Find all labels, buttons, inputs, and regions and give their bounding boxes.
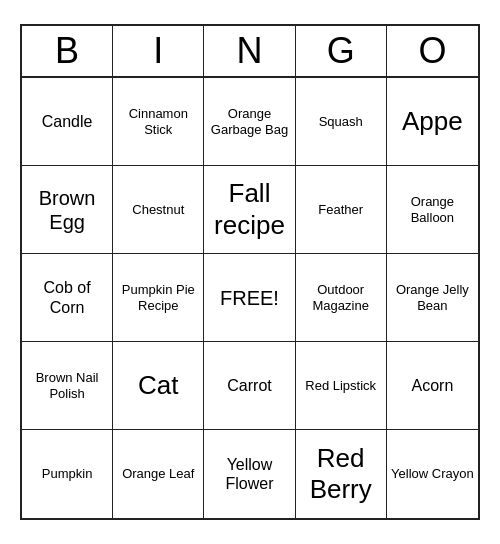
cell-label: FREE! <box>220 286 279 310</box>
header-letter: O <box>387 26 478 76</box>
bingo-cell[interactable]: Red Lipstick <box>296 342 387 430</box>
bingo-cell[interactable]: Cat <box>113 342 204 430</box>
header-letter: I <box>113 26 204 76</box>
bingo-cell[interactable]: Yellow Flower <box>204 430 295 518</box>
bingo-cell[interactable]: Orange Balloon <box>387 166 478 254</box>
bingo-cell[interactable]: Orange Jelly Bean <box>387 254 478 342</box>
bingo-cell[interactable]: Squash <box>296 78 387 166</box>
cell-label: Appe <box>402 106 463 137</box>
bingo-cell[interactable]: Pumpkin Pie Recipe <box>113 254 204 342</box>
bingo-cell[interactable]: Acorn <box>387 342 478 430</box>
cell-label: Cat <box>138 370 178 401</box>
cell-label: Orange Jelly Bean <box>391 282 474 313</box>
cell-label: Fall recipe <box>208 178 290 240</box>
bingo-cell[interactable]: Carrot <box>204 342 295 430</box>
bingo-card: BINGO CandleCinnamon StickOrange Garbage… <box>20 24 480 520</box>
cell-label: Yellow Flower <box>208 455 290 493</box>
cell-label: Orange Balloon <box>391 194 474 225</box>
bingo-cell[interactable]: Outdoor Magazine <box>296 254 387 342</box>
cell-label: Pumpkin Pie Recipe <box>117 282 199 313</box>
bingo-cell[interactable]: Brown Nail Polish <box>22 342 113 430</box>
bingo-cell[interactable]: Orange Leaf <box>113 430 204 518</box>
cell-label: Cinnamon Stick <box>117 106 199 137</box>
bingo-cell[interactable]: Feather <box>296 166 387 254</box>
cell-label: Acorn <box>411 376 453 395</box>
bingo-cell[interactable]: Fall recipe <box>204 166 295 254</box>
cell-label: Squash <box>319 114 363 130</box>
bingo-cell[interactable]: Yellow Crayon <box>387 430 478 518</box>
cell-label: Brown Egg <box>26 186 108 234</box>
cell-label: Yellow Crayon <box>391 466 474 482</box>
cell-label: Pumpkin <box>42 466 93 482</box>
cell-label: Orange Leaf <box>122 466 194 482</box>
bingo-cell[interactable]: Cinnamon Stick <box>113 78 204 166</box>
bingo-grid: CandleCinnamon StickOrange Garbage BagSq… <box>22 78 478 518</box>
bingo-cell[interactable]: Appe <box>387 78 478 166</box>
cell-label: Orange Garbage Bag <box>208 106 290 137</box>
cell-label: Outdoor Magazine <box>300 282 382 313</box>
cell-label: Red Berry <box>300 443 382 505</box>
bingo-cell[interactable]: FREE! <box>204 254 295 342</box>
cell-label: Brown Nail Polish <box>26 370 108 401</box>
cell-label: Feather <box>318 202 363 218</box>
bingo-cell[interactable]: Orange Garbage Bag <box>204 78 295 166</box>
cell-label: Candle <box>42 112 93 131</box>
bingo-cell[interactable]: Red Berry <box>296 430 387 518</box>
cell-label: Carrot <box>227 376 271 395</box>
header-letter: N <box>204 26 295 76</box>
cell-label: Chestnut <box>132 202 184 218</box>
bingo-header: BINGO <box>22 26 478 78</box>
bingo-cell[interactable]: Candle <box>22 78 113 166</box>
bingo-cell[interactable]: Chestnut <box>113 166 204 254</box>
bingo-cell[interactable]: Pumpkin <box>22 430 113 518</box>
header-letter: B <box>22 26 113 76</box>
bingo-cell[interactable]: Cob of Corn <box>22 254 113 342</box>
header-letter: G <box>296 26 387 76</box>
cell-label: Red Lipstick <box>305 378 376 394</box>
bingo-cell[interactable]: Brown Egg <box>22 166 113 254</box>
cell-label: Cob of Corn <box>26 278 108 316</box>
